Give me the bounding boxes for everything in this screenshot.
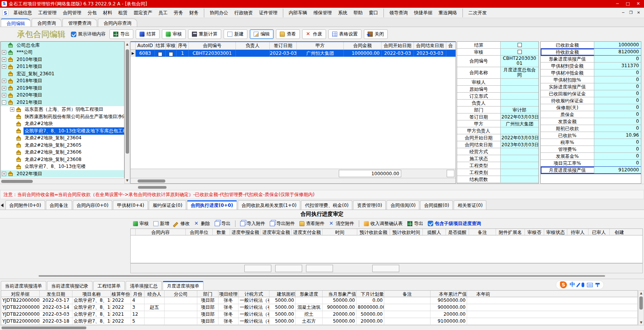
grid-header-cell[interactable]: 进度审定金额 [261, 229, 292, 235]
grid-header-cell[interactable]: 项目经理 [219, 291, 239, 297]
sogou-logo-icon[interactable]: S [560, 281, 567, 288]
form-value-field[interactable]: 0 [594, 125, 641, 132]
scroll-up-icon[interactable]: ▲ [125, 42, 129, 47]
tree-item[interactable]: + 2018年项目 [1, 78, 124, 85]
grid-header-cell[interactable]: 创建 [610, 229, 629, 235]
grid-header-cell[interactable]: 备注 [469, 229, 496, 235]
grid-header-cell[interactable]: 经办人 [145, 291, 165, 297]
tree-expander-icon[interactable]: - [2, 100, 6, 105]
grid-header-cell[interactable]: 形象进度 [296, 291, 323, 297]
form-value-field[interactable] [500, 93, 538, 99]
form-value-field[interactable] [500, 49, 538, 55]
detail-tab[interactable]: 合同备注 [46, 200, 72, 210]
form-value-field[interactable]: 0 [594, 90, 641, 97]
grid-header-cell[interactable]: 合同结束日期 [414, 42, 446, 49]
grid-header-cell[interactable]: 审核否 [525, 229, 544, 235]
section-toolbar-button[interactable]: 新增 [153, 220, 169, 227]
grid-header-cell[interactable]: 对应单据 [1, 291, 40, 297]
module-tab[interactable]: 合同内容查询 [98, 19, 137, 27]
contract-row-selected[interactable]: ▶ 6083 1 CBHT220303001 2022-03-03 广州恒大集团… [131, 50, 456, 57]
form-value-field[interactable]: 0 [594, 76, 641, 83]
section-toolbar-button[interactable]: 导入附件 [235, 220, 265, 227]
grid-header-cell[interactable]: 本年累计产值 [430, 291, 467, 297]
report-tab[interactable]: 当前进度填报记录 [47, 281, 92, 290]
menu-item[interactable]: 重连网络 [436, 8, 460, 17]
table-row[interactable]: YJDTB220000002022-03-17众凯学府7、8、1020224项目… [1, 297, 638, 304]
detail-tab[interactable]: 甲供材(0+4) [113, 200, 148, 210]
detail-tab[interactable]: 相关签证(0) [454, 200, 486, 210]
toolbar-button[interactable]: 导出 [109, 29, 133, 39]
menu-item[interactable]: 合同管理 [60, 8, 84, 17]
form-value-field[interactable]: 2023年03月03日 [500, 141, 538, 148]
tree-expander-icon[interactable]: + [2, 50, 6, 54]
menu-item[interactable]: 员工 [156, 8, 170, 17]
include-children-toggle[interactable]: 包含子级项目进度查询 [428, 220, 485, 227]
table-row[interactable]: YJDTB220000002022-03-14众凯学府7、8、1020223赵五… [1, 304, 638, 311]
tree-item[interactable]: 众凯学府7、8、10-13住宅楼 [1, 163, 124, 171]
checkbox-unchecked[interactable] [169, 52, 173, 56]
report-horizontal-scrollbar[interactable] [0, 325, 644, 330]
mdi-restore-button[interactable]: ❐ [628, 10, 634, 15]
section-toolbar-button[interactable]: 清空附件 [329, 220, 354, 227]
tree-item[interactable]: 龙鼎2#2地块_复制_23605 [1, 142, 124, 149]
menu-item[interactable]: 基础信息 [11, 8, 35, 17]
menu-item[interactable]: 二次开发 [466, 8, 489, 17]
toolbar-button[interactable]: 结算 [136, 29, 160, 39]
menu-item[interactable]: 内部车辆 [286, 8, 310, 17]
menu-item[interactable]: 财务 [187, 8, 201, 17]
ime-toolbox-icon[interactable] [595, 283, 600, 287]
tree-item[interactable]: + 2020年项目 [1, 92, 124, 99]
tree-expander-icon[interactable]: + [10, 107, 14, 112]
detail-tab[interactable]: 合同内容(0+0) [73, 200, 113, 210]
include-children-checkbox[interactable] [428, 221, 433, 226]
grid-header-cell[interactable]: 建筑面积 [269, 291, 296, 297]
ime-pen-icon[interactable] [576, 283, 580, 287]
checkbox-unchecked[interactable] [518, 43, 522, 47]
grid-header-cell[interactable]: 提醒人 [423, 229, 446, 235]
toolbar-button[interactable]: 查看 [276, 29, 300, 39]
form-value-field[interactable]: 月度进度总包合同 [500, 67, 538, 78]
grid-header-cell[interactable]: 合同金额 [344, 42, 382, 49]
module-tab[interactable]: 合同查询 [32, 19, 62, 27]
grid-header-cell[interactable]: 负责人 [236, 42, 270, 49]
toolbar-button[interactable]: 作废 [302, 29, 326, 39]
grid-header-cell[interactable]: 进度支付金额 [292, 229, 323, 235]
tree-expander-icon[interactable]: + [2, 172, 6, 176]
panel-splitter[interactable] [0, 273, 644, 279]
detail-tab[interactable]: 合同收款及相关发票(1+0) [238, 200, 301, 210]
tree-item[interactable]: - 2021年项目 [1, 99, 124, 106]
grid-header-cell[interactable]: 附件扩展名 [496, 229, 525, 235]
section-toolbar-button[interactable]: 审核 [133, 220, 149, 227]
grid-header-cell[interactable]: 下月计划量 [356, 291, 384, 297]
tree-item[interactable]: 龙鼎2#2地块_复制_23606 [1, 149, 124, 156]
form-value-field[interactable]: 0 [594, 56, 641, 62]
scroll-up-icon[interactable]: ▲ [639, 291, 644, 296]
close-button[interactable]: ✕ [634, 1, 642, 7]
ime-language-indicator[interactable]: 中 [570, 281, 575, 288]
grid-header-cell[interactable]: 合同开始日期 [382, 42, 414, 49]
form-value-field[interactable] [500, 86, 538, 92]
grid-header-cell[interactable]: 项目名称 [72, 291, 111, 297]
toolbar-button[interactable]: 审核 [162, 29, 186, 39]
form-value-field[interactable] [500, 162, 538, 169]
form-value-field[interactable]: 8120000 [594, 49, 641, 55]
menu-item[interactable]: 协同办公 [207, 8, 231, 17]
form-value-field[interactable] [500, 169, 538, 176]
grid-header-cell[interactable]: 数量 [213, 229, 230, 235]
form-value-field[interactable]: 0 [594, 83, 641, 90]
tree-item[interactable]: 众凯学府7、8、10-13住宅楼及地下车库总包工程 [1, 127, 124, 135]
menu-item[interactable]: 领导查询 [387, 8, 410, 17]
grid-header-cell[interactable]: 合 [446, 42, 455, 49]
menu-item[interactable]: 证件管理 [256, 8, 280, 17]
section-toolbar-button[interactable]: 导出 [407, 220, 423, 227]
grid-header-cell[interactable]: 审核状态 [544, 229, 567, 235]
menu-item[interactable]: 窗口 [366, 8, 381, 17]
form-value-field[interactable]: 0 [594, 97, 641, 104]
toolbar-button[interactable]: 编辑 [250, 29, 274, 39]
form-value-field[interactable]: 1000000 [594, 42, 641, 48]
checkbox-unchecked[interactable] [158, 52, 162, 56]
form-value-field[interactable]: 广州恒大集团 [500, 120, 538, 127]
report-vertical-scrollbar[interactable]: ▲ ▼ [638, 290, 644, 325]
tree-item[interactable]: + 2011年项目 [1, 63, 124, 71]
grid-header-cell[interactable]: 结算 [155, 42, 166, 49]
